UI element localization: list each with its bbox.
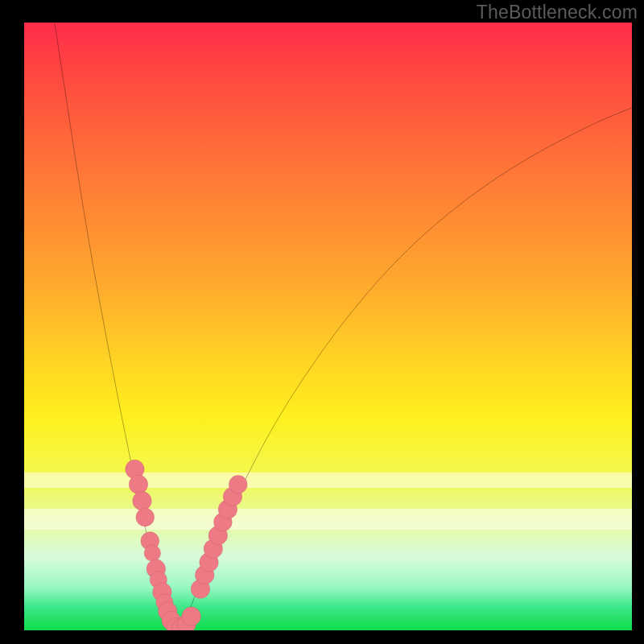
bead-left-3 — [136, 508, 155, 526]
bead-left-2 — [133, 491, 151, 510]
bead-left-5 — [144, 545, 160, 561]
curve-layer — [24, 23, 632, 630]
chart-frame: TheBottleneck.com — [0, 0, 644, 644]
curve-right-branch — [176, 108, 632, 630]
bead-right-8 — [229, 475, 247, 493]
bead-left-15 — [182, 607, 200, 625]
plot-area — [24, 23, 632, 630]
watermark-text: TheBottleneck.com — [477, 2, 638, 23]
bead-left-1 — [129, 475, 147, 493]
